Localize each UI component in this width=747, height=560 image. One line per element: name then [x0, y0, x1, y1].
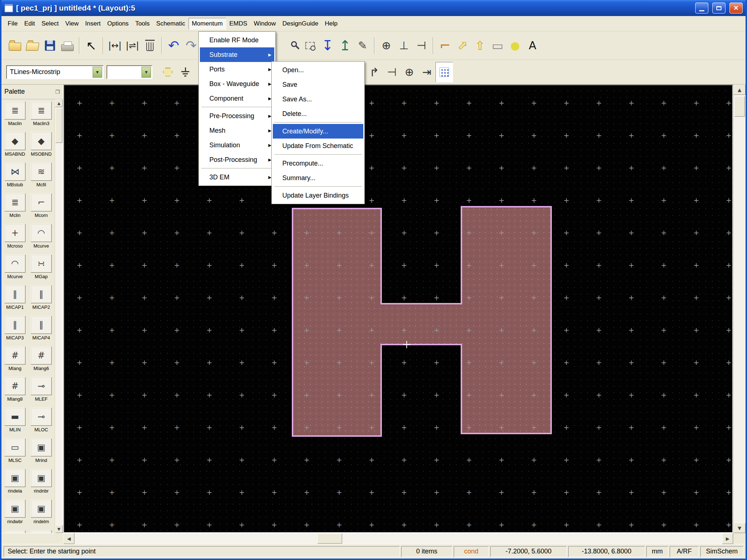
ellipse-tool-icon[interactable]: ●	[506, 35, 524, 56]
trace-corner-icon[interactable]: ⌐	[436, 35, 454, 56]
palette-item-mclin-6[interactable]: ≣Mclin	[3, 193, 27, 219]
palette-item-maclin3-1[interactable]: ≣Maclin3	[29, 101, 53, 128]
open-design-icon[interactable]	[24, 35, 41, 56]
palette-item-mgap-11[interactable]: ∺MGap	[29, 254, 53, 281]
stretch-tool-icon[interactable]: ⇥	[418, 62, 436, 82]
scroll-right-icon[interactable]: ▶	[722, 533, 733, 544]
export-substrate-icon[interactable]: ↥	[336, 35, 354, 56]
component-name-combobox[interactable]: ▼	[107, 65, 152, 79]
palette-item-mlin-20[interactable]: ▬MLIN	[3, 408, 27, 434]
edit-item-icon[interactable]: ✎	[354, 35, 371, 56]
combo-dropdown-arrow-icon[interactable]: ▼	[142, 67, 151, 78]
palette-scrollbar[interactable]: ▲ ▼	[55, 99, 63, 533]
horizontal-scroll-thumb[interactable]	[317, 533, 342, 544]
menu-edit[interactable]: Edit	[21, 18, 38, 30]
palette-item-28[interactable]	[3, 530, 27, 533]
palette-item-29[interactable]	[29, 530, 53, 533]
status-mode[interactable]: A/RF	[670, 546, 699, 557]
substrate-menuitem-save-as[interactable]: Save As...	[273, 92, 363, 106]
substrate-menuitem-create-modify[interactable]: Create/Modify...	[273, 124, 363, 139]
redo-icon[interactable]: ↷	[182, 35, 200, 56]
substrate-menuitem-open[interactable]: Open...	[273, 63, 363, 77]
coplanar-pin-icon[interactable]: ⊣	[383, 62, 400, 82]
maximize-button[interactable]	[712, 3, 725, 13]
undo-icon[interactable]: ↶	[165, 35, 182, 56]
component-library-combobox[interactable]: TLines-Microstrip ▼	[6, 65, 104, 79]
substrate-menuitem-delete[interactable]: Delete...	[273, 106, 363, 121]
palette-item-mlsc-22[interactable]: ▭MLSC	[3, 438, 27, 464]
substrate-menuitem-update-from-schematic[interactable]: Update From Schematic	[273, 139, 363, 153]
delete-icon[interactable]	[141, 35, 159, 56]
trace-route-icon[interactable]: ↱	[365, 62, 383, 82]
palette-item-rindela-24[interactable]: ▣rindela	[3, 469, 27, 495]
scroll-down-icon[interactable]: ▼	[734, 523, 746, 533]
palette-item-mcorn-7[interactable]: ⌐Mcorn	[29, 193, 53, 219]
palette-item-mlang-16[interactable]: #Mlang	[3, 346, 27, 373]
menu-view[interactable]: View	[62, 18, 82, 30]
port-icon[interactable]: ⊥	[395, 35, 413, 56]
scroll-up-icon[interactable]: ▲	[734, 85, 746, 95]
pin-move-icon[interactable]: |↔|	[106, 35, 124, 56]
combo-dropdown-arrow-icon[interactable]: ▼	[93, 67, 102, 78]
momentum-menuitem-pre-processing[interactable]: Pre-Processing▶	[200, 109, 274, 123]
momentum-menuitem-mesh[interactable]: Mesh▶	[200, 123, 274, 138]
momentum-menuitem-simulation[interactable]: Simulation▶	[200, 138, 274, 152]
close-button[interactable]: ×	[729, 3, 743, 13]
substrate-menuitem-save[interactable]: Save	[273, 77, 363, 92]
menu-momentum[interactable]: Momentum	[189, 18, 226, 30]
palette-item-micap3-14[interactable]: ∥MICAP3	[3, 316, 27, 342]
momentum-menuitem-component[interactable]: Component▶	[200, 91, 274, 106]
menu-designguide[interactable]: DesignGuide	[279, 18, 321, 30]
palette-item-mlef-19[interactable]: ⊸MLEF	[29, 377, 53, 403]
menu-help[interactable]: Help	[322, 18, 341, 30]
palette-item-mlang6-17[interactable]: #Mlang6	[29, 346, 53, 373]
palette-item-mrind-23[interactable]: ▣Mrind	[29, 438, 53, 464]
palette-item-maclin-0[interactable]: ≣Maclin	[3, 101, 27, 128]
polygon-tool-icon[interactable]	[159, 62, 177, 82]
canvas-vertical-scrollbar[interactable]: ▲ ▼	[733, 85, 746, 533]
menu-file[interactable]: File	[4, 18, 21, 30]
arrow-up-icon[interactable]: ⇧	[471, 35, 489, 56]
palette-item-rindwbr-26[interactable]: ▣rindwbr	[3, 499, 27, 526]
via-icon[interactable]: ⊕	[378, 35, 395, 56]
palette-item-rindnbr-25[interactable]: ▣rindnbr	[29, 469, 53, 495]
arrow-ne-icon[interactable]: ⇧	[454, 35, 471, 56]
substrate-menuitem-summary[interactable]: Summary...	[273, 171, 363, 185]
h-microstrip-polygon[interactable]	[293, 207, 551, 436]
text-tool-icon[interactable]: A	[524, 35, 541, 56]
palette-scroll-up-icon[interactable]: ▲	[55, 99, 63, 107]
substrate-menuitem-update-layer-bindings[interactable]: Update Layer Bindings	[273, 188, 363, 203]
palette-item-rindelm-27[interactable]: ▣rindelm	[29, 499, 53, 526]
vertical-scroll-thumb[interactable]	[734, 96, 745, 117]
rectangle-tool-icon[interactable]: ▭	[489, 35, 506, 56]
zoom-area-icon[interactable]	[301, 35, 319, 56]
palette-item-micap2-13[interactable]: ∥MICAP2	[29, 285, 53, 311]
menu-select[interactable]: Select	[38, 18, 62, 30]
menu-insert[interactable]: Insert	[82, 18, 104, 30]
minimize-button[interactable]	[695, 3, 708, 13]
menu-schematic[interactable]: Schematic	[153, 18, 188, 30]
status-active-layer[interactable]: cond	[454, 546, 489, 557]
palette-item-msobnd-3[interactable]: ◆MSOBND	[29, 132, 53, 158]
palette-item-mloc-21[interactable]: ⊸MLOC	[29, 408, 53, 434]
ground-tool-icon[interactable]	[177, 62, 194, 82]
rotate-reference-icon[interactable]: ⊕	[400, 62, 418, 82]
layout-canvas[interactable]: ++++++++++++++++++++++++++++++++++++++++…	[63, 85, 733, 533]
horizontal-scroll-track[interactable]	[74, 533, 722, 544]
pin-swap-icon[interactable]: |⇌|	[124, 35, 141, 56]
import-substrate-icon[interactable]: ↧	[319, 35, 336, 56]
menu-options[interactable]: Options	[104, 18, 132, 30]
snap-grid-toggle[interactable]	[436, 62, 453, 82]
palette-item-mlang8-18[interactable]: #Mlang8	[3, 377, 27, 403]
momentum-menuitem-box-waveguide[interactable]: Box - Waveguide▶	[200, 77, 274, 91]
scroll-left-icon[interactable]: ◀	[63, 533, 74, 544]
menu-window[interactable]: Window	[251, 18, 279, 30]
print-icon[interactable]	[59, 35, 76, 56]
zoom-icon[interactable]	[284, 35, 301, 56]
pointer-tool-icon[interactable]: ↖	[82, 35, 100, 56]
title-bar[interactable]: [ pec1_prj ] untitled4 * (Layout):5 ×	[1, 0, 746, 16]
canvas-horizontal-scrollbar[interactable]: ◀ ▶	[63, 533, 733, 544]
palette-item-msabnd-2[interactable]: ◆MSABND	[3, 132, 27, 158]
menu-tools[interactable]: Tools	[132, 18, 153, 30]
palette-item-mcurve-10[interactable]: ◠Mcurve	[3, 254, 27, 281]
